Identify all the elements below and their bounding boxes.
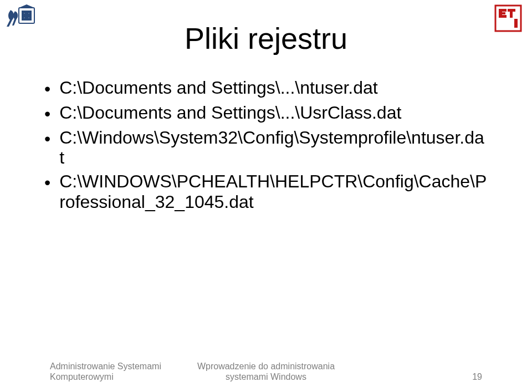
bullet-icon: • bbox=[44, 172, 50, 193]
footer-center-line2: systemami Windows bbox=[194, 371, 338, 382]
slide: Pliki rejestru • C:\Documents and Settin… bbox=[0, 0, 532, 392]
bullet-icon: • bbox=[44, 129, 50, 149]
bullet-icon: • bbox=[44, 79, 50, 99]
svg-point-3 bbox=[28, 13, 30, 14]
bullet-list: • C:\Documents and Settings\...\ntuser.d… bbox=[44, 78, 488, 216]
list-item: • C:\WINDOWS\PCHEALTH\HELPCTR\Config\Cac… bbox=[44, 171, 488, 212]
list-item: • C:\Documents and Settings\...\UsrClass… bbox=[44, 103, 488, 124]
footer-center-line1: Wprowadzenie do administrowania bbox=[194, 361, 338, 371]
list-item-text: C:\Documents and Settings\...\ntuser.dat bbox=[59, 78, 378, 98]
footer-left-line1: Administrowanie Systemami bbox=[50, 361, 194, 371]
footer: Administrowanie Systemami Komputerowymi … bbox=[0, 361, 532, 382]
list-item-text: C:\Documents and Settings\...\UsrClass.d… bbox=[59, 103, 401, 123]
page-title: Pliki rejestru bbox=[0, 21, 532, 55]
svg-point-2 bbox=[24, 13, 25, 14]
list-item: • C:\Documents and Settings\...\ntuser.d… bbox=[44, 78, 488, 99]
footer-center: Wprowadzenie do administrowania systemam… bbox=[194, 361, 338, 382]
svg-point-5 bbox=[28, 17, 30, 19]
footer-left: Administrowanie Systemami Komputerowymi bbox=[0, 361, 194, 382]
list-item-text: C:\WINDOWS\PCHEALTH\HELPCTR\Config\Cache… bbox=[59, 171, 488, 212]
svg-rect-8 bbox=[499, 9, 507, 12]
footer-page-number: 19 bbox=[338, 371, 532, 382]
list-item-text: C:\Windows\System32\Config\Systemprofile… bbox=[59, 128, 488, 169]
svg-rect-12 bbox=[510, 9, 513, 18]
list-item: • C:\Windows\System32\Config\Systemprofi… bbox=[44, 128, 488, 169]
svg-rect-9 bbox=[499, 12, 505, 14]
svg-rect-10 bbox=[499, 15, 507, 18]
footer-left-line2: Komputerowymi bbox=[50, 371, 194, 382]
bullet-icon: • bbox=[44, 104, 50, 124]
svg-point-4 bbox=[24, 17, 25, 19]
